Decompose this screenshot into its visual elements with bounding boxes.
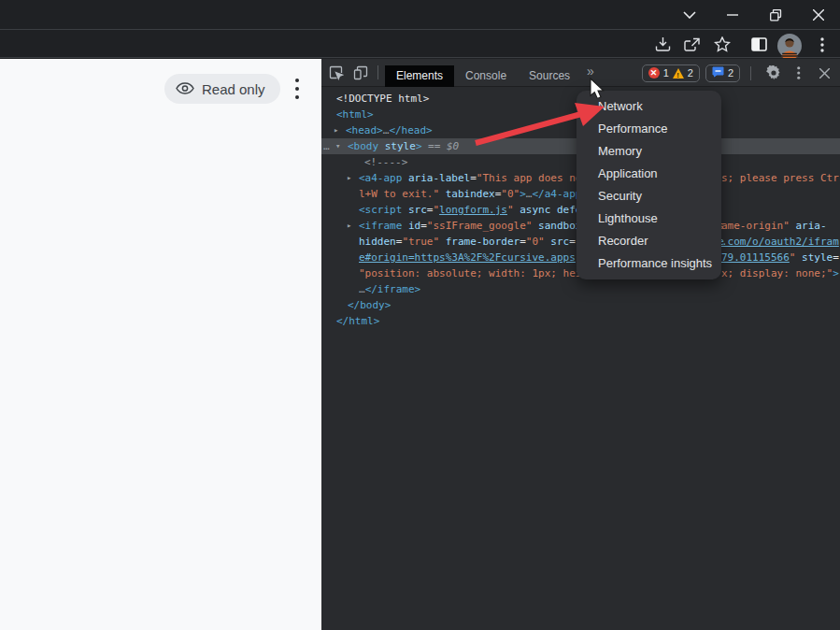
devtools-menu-kebab-icon[interactable] bbox=[791, 61, 806, 85]
code-line-right-fragment: s; please press Ctr bbox=[721, 170, 839, 186]
window-close-icon[interactable] bbox=[800, 0, 837, 30]
more-tabs-button[interactable]: » bbox=[581, 62, 600, 83]
eye-icon bbox=[176, 81, 194, 97]
window-titlebar bbox=[0, 0, 840, 30]
issues-icon bbox=[712, 64, 724, 81]
menu-item-application[interactable]: Application bbox=[577, 163, 721, 185]
share-icon[interactable] bbox=[679, 31, 705, 58]
error-icon: ✕ bbox=[648, 67, 660, 79]
read-only-label: Read only bbox=[202, 81, 265, 97]
inspect-element-icon[interactable] bbox=[324, 61, 349, 85]
more-tools-dropdown: NetworkPerformanceMemoryApplicationSecur… bbox=[577, 91, 721, 279]
expander-closed-icon[interactable]: ▸ bbox=[347, 170, 351, 186]
menu-item-security[interactable]: Security bbox=[577, 185, 721, 208]
code-line-right-fragment: x; display: none;"> bbox=[721, 265, 839, 281]
tab-console[interactable]: Console bbox=[454, 65, 518, 87]
menu-item-performance[interactable]: Performance bbox=[577, 118, 721, 140]
toolbar-divider bbox=[377, 65, 378, 79]
menu-item-recorder[interactable]: Recorder bbox=[577, 230, 721, 252]
error-count: 1 bbox=[663, 67, 669, 79]
window-minimize-icon[interactable] bbox=[714, 0, 751, 30]
warning-count: 2 bbox=[688, 67, 693, 79]
code-line[interactable]: </body> bbox=[321, 297, 840, 313]
window-chevron-down-icon[interactable] bbox=[671, 0, 708, 30]
gutter-ellipsis[interactable]: … bbox=[323, 138, 330, 154]
code-line-right-fragment: .com/o/oauth2/ifram bbox=[721, 234, 839, 250]
settings-gear-icon[interactable] bbox=[762, 61, 786, 85]
tab-sources[interactable]: Sources bbox=[518, 65, 581, 87]
bookmark-star-icon[interactable] bbox=[709, 31, 735, 58]
devtools-close-icon[interactable] bbox=[812, 61, 836, 85]
download-icon[interactable] bbox=[649, 31, 676, 58]
page-menu-kebab-icon[interactable] bbox=[286, 75, 308, 103]
menu-item-lighthouse[interactable]: Lighthouse bbox=[577, 208, 721, 230]
window-restore-icon[interactable] bbox=[757, 0, 794, 30]
devtools-toolbar: ElementsConsoleSources » ✕ 1 ! 2 2 bbox=[321, 59, 840, 87]
devtools-tabs: ElementsConsoleSources bbox=[385, 59, 581, 87]
menu-item-memory[interactable]: Memory bbox=[577, 140, 721, 163]
side-panel-icon[interactable] bbox=[746, 31, 772, 58]
menu-item-network[interactable]: Network bbox=[577, 95, 721, 118]
read-only-badge[interactable]: Read only bbox=[164, 74, 280, 104]
menu-item-performance-insights[interactable]: Performance insights bbox=[577, 252, 721, 275]
expander-closed-icon[interactable]: ▸ bbox=[334, 122, 338, 138]
browser-toolbar bbox=[0, 31, 840, 58]
issues-count: 2 bbox=[728, 67, 733, 79]
code-line-right-fragment: 79.01115566" style= bbox=[721, 250, 839, 265]
expander-closed-icon[interactable]: ▸ bbox=[347, 218, 351, 234]
page-background: Read only bbox=[0, 59, 321, 630]
issues-badge[interactable]: 2 bbox=[705, 64, 740, 82]
tab-elements[interactable]: Elements bbox=[385, 65, 454, 87]
code-line[interactable]: </html> bbox=[321, 313, 840, 329]
warning-icon: ! bbox=[673, 68, 684, 79]
avatar[interactable] bbox=[776, 32, 803, 59]
browser-menu-kebab-icon[interactable] bbox=[809, 31, 835, 58]
console-status-badges[interactable]: ✕ 1 ! 2 bbox=[642, 64, 700, 82]
code-line[interactable]: …</iframe> bbox=[321, 281, 840, 297]
code-line-right-fragment: ame-origin" aria- bbox=[721, 218, 827, 234]
toolbar-divider bbox=[750, 66, 751, 80]
expander-open-icon[interactable]: ▾ bbox=[335, 138, 340, 154]
device-toolbar-icon[interactable] bbox=[349, 61, 373, 85]
